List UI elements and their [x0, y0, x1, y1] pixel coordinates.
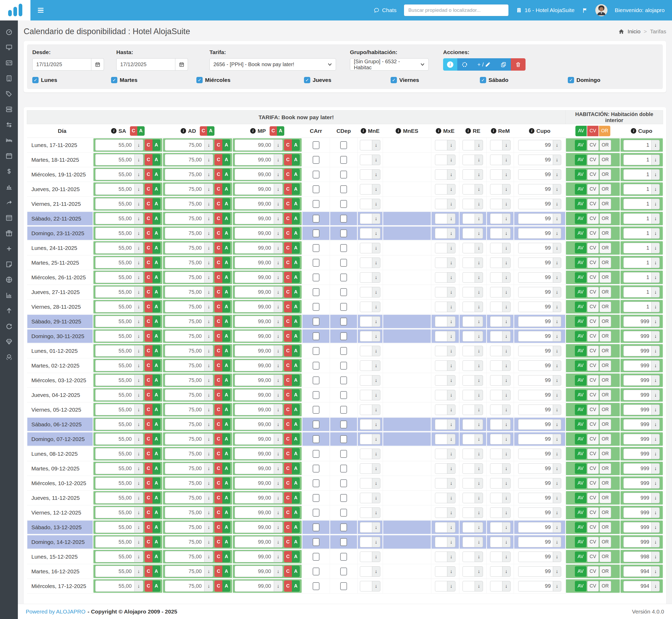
step-down-button[interactable]: ↓	[502, 272, 511, 283]
step-down-button[interactable]: ↓	[447, 493, 456, 503]
re-input[interactable]	[463, 360, 475, 371]
mp-price-input[interactable]	[235, 507, 274, 518]
close-c-button[interactable]: C	[214, 139, 222, 151]
weekday-checkbox-jueves[interactable]: ✓Jueves	[304, 77, 391, 83]
step-down-button[interactable]: ↓	[553, 155, 561, 165]
step-down-button[interactable]: ↓	[651, 228, 660, 238]
step-down-button[interactable]: ↓	[651, 199, 660, 209]
re-input[interactable]	[463, 566, 475, 577]
step-down-button[interactable]: ↓	[553, 346, 561, 356]
step-down-button[interactable]: ↓	[372, 243, 380, 253]
rem-input[interactable]	[490, 213, 502, 224]
cdep-checkbox[interactable]	[340, 524, 347, 531]
close-c-button[interactable]: C	[214, 213, 222, 224]
mp-price-input[interactable]	[235, 139, 274, 151]
mne-input[interactable]	[360, 522, 372, 533]
open-a-button[interactable]: A	[152, 139, 160, 151]
re-input[interactable]	[463, 537, 475, 547]
cupo-input[interactable]	[518, 184, 553, 195]
open-a-button[interactable]: A	[222, 198, 230, 209]
step-down-button[interactable]: ↓	[502, 478, 511, 488]
sa-price-input[interactable]	[95, 478, 134, 489]
close-c-button[interactable]: C	[145, 389, 152, 401]
rem-input[interactable]	[490, 449, 502, 459]
step-down-button[interactable]: ↓	[502, 316, 511, 327]
mxe-input[interactable]	[435, 301, 447, 312]
rem-input[interactable]	[490, 434, 502, 444]
mp-price-input[interactable]	[235, 198, 274, 209]
step-down-button[interactable]: ↓	[274, 580, 283, 592]
info-icon[interactable]: i	[491, 128, 496, 134]
step-down-button[interactable]: ↓	[372, 213, 380, 224]
rem-input[interactable]	[490, 331, 502, 342]
cupo-input[interactable]	[518, 140, 553, 150]
step-down-button[interactable]: ↓	[447, 184, 456, 195]
carr-checkbox[interactable]	[313, 332, 320, 340]
cupo-room-input[interactable]	[623, 478, 651, 488]
cdep-checkbox[interactable]	[340, 303, 347, 311]
step-down-button[interactable]: ↓	[651, 258, 660, 268]
step-down-button[interactable]: ↓	[134, 331, 143, 342]
step-down-button[interactable]: ↓	[475, 463, 483, 474]
open-a-button[interactable]: A	[222, 154, 230, 165]
step-down-button[interactable]: ↓	[274, 536, 283, 548]
step-down-button[interactable]: ↓	[204, 301, 213, 313]
re-input[interactable]	[463, 140, 475, 150]
close-c-button[interactable]: C	[214, 522, 222, 533]
step-down-button[interactable]: ↓	[274, 301, 283, 313]
mne-input[interactable]	[360, 581, 372, 592]
open-a-button[interactable]: A	[292, 522, 300, 533]
step-down-button[interactable]: ↓	[651, 331, 660, 342]
step-down-button[interactable]: ↓	[502, 581, 511, 592]
open-a-button[interactable]: A	[222, 227, 230, 239]
sa-price-input[interactable]	[95, 331, 134, 342]
step-down-button[interactable]: ↓	[204, 154, 213, 165]
cdep-checkbox[interactable]	[340, 215, 347, 223]
step-down-button[interactable]: ↓	[447, 331, 456, 342]
close-c-button[interactable]: C	[284, 169, 292, 180]
cv-button[interactable]: CV	[587, 169, 599, 180]
re-input[interactable]	[463, 419, 475, 430]
cupo-room-input[interactable]	[623, 169, 651, 180]
step-down-button[interactable]: ↓	[204, 184, 213, 195]
step-down-button[interactable]: ↓	[651, 522, 660, 533]
carr-checkbox[interactable]	[313, 185, 320, 193]
step-down-button[interactable]: ↓	[274, 507, 283, 518]
open-a-button[interactable]: A	[222, 478, 230, 489]
sidebar-item-plus[interactable]	[0, 241, 18, 257]
close-c-button[interactable]: C	[145, 404, 152, 415]
cv-button[interactable]: CV	[587, 419, 599, 430]
cupo-input[interactable]	[518, 199, 553, 209]
step-down-button[interactable]: ↓	[502, 507, 511, 518]
step-down-button[interactable]: ↓	[447, 581, 456, 592]
close-c-button[interactable]: C	[214, 404, 222, 415]
step-down-button[interactable]: ↓	[372, 390, 380, 400]
open-a-button[interactable]: A	[152, 198, 160, 209]
step-down-button[interactable]: ↓	[204, 507, 213, 518]
ad-price-input[interactable]	[165, 492, 204, 503]
cupo-room-input[interactable]	[623, 243, 651, 253]
sidebar-item-building[interactable]	[0, 71, 18, 86]
step-down-button[interactable]: ↓	[553, 301, 561, 312]
step-down-button[interactable]: ↓	[502, 155, 511, 165]
step-down-button[interactable]: ↓	[475, 419, 483, 430]
step-down-button[interactable]: ↓	[274, 492, 283, 503]
open-a-button[interactable]: A	[292, 213, 300, 224]
hasta-calendar-button[interactable]	[175, 58, 188, 71]
mxe-input[interactable]	[435, 346, 447, 356]
mne-input[interactable]	[360, 566, 372, 577]
step-down-button[interactable]: ↓	[651, 537, 660, 547]
re-input[interactable]	[463, 169, 475, 180]
step-down-button[interactable]: ↓	[134, 301, 143, 313]
step-down-button[interactable]: ↓	[134, 213, 143, 224]
open-a-button[interactable]: A	[292, 463, 300, 474]
close-c-button[interactable]: C	[284, 257, 292, 268]
close-c-button[interactable]: C	[284, 522, 292, 533]
step-down-button[interactable]: ↓	[372, 493, 380, 503]
close-c-button[interactable]: C	[284, 198, 292, 209]
av-button[interactable]: AV	[575, 581, 587, 592]
av-button[interactable]: AV	[575, 213, 587, 224]
open-a-button[interactable]: A	[152, 580, 160, 592]
cupo-input[interactable]	[518, 493, 553, 503]
close-c-button[interactable]: C	[214, 433, 222, 445]
